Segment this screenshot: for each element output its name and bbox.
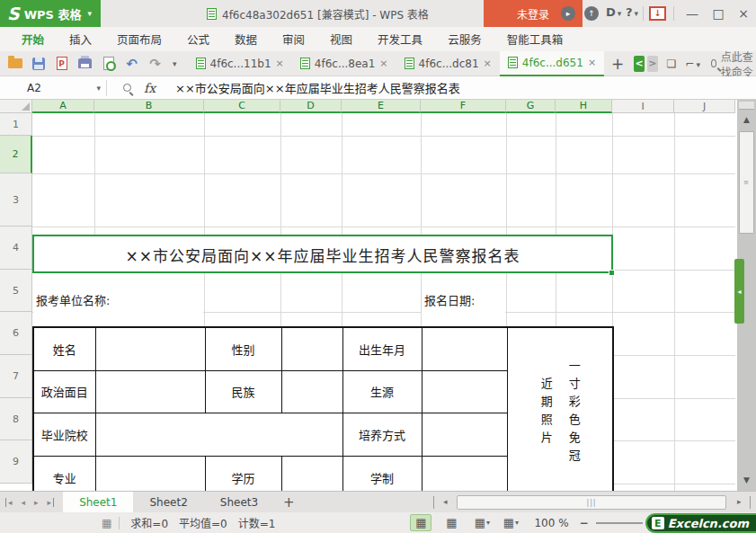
zoom-out-button[interactable]: − <box>580 517 589 529</box>
help-icon[interactable]: ?▾ <box>626 5 638 19</box>
column-header-E[interactable]: E <box>342 100 421 113</box>
close-icon[interactable]: × <box>379 58 387 69</box>
form-cell-blank[interactable] <box>422 327 507 370</box>
close-button[interactable]: × <box>730 5 756 22</box>
command-search[interactable]: 点此查找命令 <box>711 49 756 79</box>
form-cell-label[interactable]: 民族 <box>205 370 281 413</box>
app-logo-button[interactable]: S WPS 表格 ▾ <box>0 0 101 27</box>
scroll-down-button[interactable]: ▼ <box>737 472 756 488</box>
hscroll-right-button[interactable]: ▸ <box>737 497 742 506</box>
form-cell-label[interactable]: 出生年月 <box>342 327 422 370</box>
form-cell-label[interactable]: 培养方式 <box>342 413 422 456</box>
hscroll-thumb[interactable]: ||| <box>457 495 726 510</box>
docer-icon[interactable]: D▾ <box>606 5 621 19</box>
column-header-A[interactable]: A <box>32 100 94 113</box>
row-header-8[interactable]: 8 <box>0 398 32 440</box>
prev-tab-button[interactable]: < <box>634 56 645 72</box>
task-pane-handle[interactable]: ◂ <box>734 259 744 324</box>
view-normal-button[interactable]: ▦ <box>410 514 431 531</box>
form-cell-blank[interactable] <box>281 327 342 370</box>
view-layout-button[interactable]: ▦▾ <box>471 514 493 531</box>
view-pagebreak-button[interactable]: ▦ <box>440 514 462 531</box>
row-header-2[interactable]: 2 <box>0 136 32 173</box>
menu-tab-审阅[interactable]: 审阅 <box>270 27 317 51</box>
file-tab[interactable]: 4f6c...dc81× <box>396 51 500 76</box>
insert-function-icon[interactable] <box>123 84 131 92</box>
scroll-up-button[interactable]: ▲ <box>737 111 756 128</box>
print-icon[interactable] <box>77 56 93 71</box>
last-sheet-button[interactable]: ▸ <box>43 498 55 507</box>
vscroll-thumb[interactable]: ≡ <box>739 131 754 234</box>
split-handle[interactable] <box>739 102 754 110</box>
view-reader-button[interactable]: ▦▾ <box>500 514 521 531</box>
close-icon[interactable]: × <box>484 58 492 69</box>
cell-a3[interactable]: 报考单位名称: <box>33 273 203 326</box>
qat-dropdown-icon[interactable]: ▾ <box>173 59 177 68</box>
form-cell-label[interactable]: 学制 <box>342 456 422 491</box>
file-tab[interactable]: 4f6c...d651× <box>500 51 604 76</box>
form-cell-blank[interactable] <box>95 456 205 491</box>
close-icon[interactable]: × <box>588 57 596 68</box>
menu-tab-云服务[interactable]: 云服务 <box>435 27 494 51</box>
row-header-7[interactable]: 7 <box>0 355 32 398</box>
form-cell-blank[interactable] <box>95 413 342 456</box>
column-header-J[interactable]: J <box>674 100 735 113</box>
hscroll-left-button[interactable]: ◂ <box>443 497 448 506</box>
save-icon[interactable] <box>31 56 46 71</box>
form-cell-blank[interactable] <box>95 327 205 370</box>
minimize-button[interactable]: — <box>679 5 706 22</box>
menu-tab-智能工具箱[interactable]: 智能工具箱 <box>494 27 576 51</box>
fill-handle[interactable] <box>609 270 615 276</box>
column-header-I[interactable]: I <box>612 100 674 113</box>
next-sheet-button[interactable]: ▸ <box>30 498 43 507</box>
collapse-ribbon-icon[interactable]: ⌐▾ <box>685 58 700 70</box>
sheet-tab-Sheet3[interactable]: Sheet3 <box>204 492 274 513</box>
select-all-corner[interactable] <box>0 100 32 113</box>
name-box[interactable]: A2 ▾ <box>0 76 106 100</box>
form-cell-blank[interactable] <box>422 413 507 456</box>
column-header-G[interactable]: G <box>506 100 556 113</box>
sheet-tab-Sheet1[interactable]: Sheet1 <box>63 492 133 513</box>
menu-tab-开发工具[interactable]: 开发工具 <box>365 27 435 51</box>
row-header-3[interactable]: 3 <box>0 173 32 227</box>
float-window-icon[interactable]: ❏ <box>667 58 677 70</box>
menu-tab-插入[interactable]: 插入 <box>57 27 104 51</box>
new-tab-button[interactable]: + <box>604 55 631 73</box>
zoom-slider[interactable] <box>596 522 643 524</box>
form-cell-blank[interactable] <box>95 370 205 413</box>
sheet-tab-Sheet2[interactable]: Sheet2 <box>133 492 203 513</box>
form-cell-label[interactable]: 生源 <box>342 370 422 413</box>
selection-stats-icon[interactable]: ▦ <box>102 517 120 529</box>
row-header-5[interactable]: 5 <box>0 270 32 312</box>
row-header-6[interactable]: 6 <box>0 312 32 355</box>
next-tab-button[interactable]: > <box>647 56 658 72</box>
redo-icon[interactable]: ↷ <box>147 56 163 71</box>
row-header-9[interactable]: 9 <box>0 440 32 484</box>
menu-tab-开始[interactable]: 开始 <box>9 27 57 51</box>
first-sheet-button[interactable]: ◂ <box>5 498 17 507</box>
form-cell-label[interactable]: 专业 <box>33 456 95 491</box>
form-cell-label[interactable]: 政治面目 <box>33 370 95 413</box>
column-header-D[interactable]: D <box>280 100 342 113</box>
formula-input[interactable]: ××市公安局面向××年应届毕业生招考人民警察报名表 <box>175 79 460 96</box>
row-header-1[interactable]: 1 <box>0 113 32 136</box>
undo-icon[interactable]: ↶ <box>124 56 139 71</box>
column-header-H[interactable]: H <box>556 100 612 113</box>
selected-title-cell-a2[interactable]: ××市公安局面向××年应届毕业生招考人民警察报名表 <box>33 236 612 272</box>
file-tab[interactable]: 4f6c...11b1× <box>188 51 292 76</box>
photo-cell[interactable]: 一寸彩色免冠 近期照片 <box>507 327 613 491</box>
print-preview-icon[interactable] <box>101 56 116 71</box>
column-header-C[interactable]: C <box>204 100 280 113</box>
form-cell-label[interactable]: 毕业院校 <box>33 413 95 456</box>
row-header-4[interactable]: 4 <box>0 227 32 270</box>
maximize-button[interactable]: □ <box>705 5 732 22</box>
menu-tab-数据[interactable]: 数据 <box>222 27 270 51</box>
column-header-B[interactable]: B <box>94 100 204 113</box>
close-icon[interactable]: × <box>276 58 284 69</box>
form-cell-label[interactable]: 学历 <box>205 456 281 491</box>
cell-f3[interactable]: 报名日期: <box>422 273 505 326</box>
skin-icon[interactable]: ▸ <box>561 6 575 21</box>
form-cell-label[interactable]: 姓名 <box>33 327 95 370</box>
form-cell-blank[interactable] <box>422 370 507 413</box>
add-sheet-button[interactable]: + <box>274 494 304 511</box>
